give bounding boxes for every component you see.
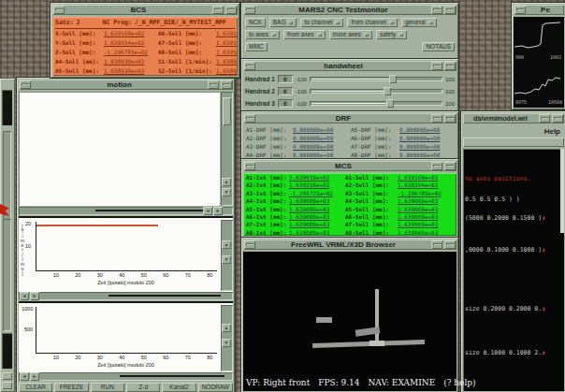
bag-menu-button[interactable]: BAG xyxy=(269,18,297,27)
minimize-icon[interactable] xyxy=(539,114,550,123)
scroll-up-icon[interactable]: ▲ xyxy=(222,324,231,332)
fps-status: FPS: 9.14 xyxy=(318,378,359,387)
clear-button[interactable]: CLEAR xyxy=(19,383,52,392)
wrap-marker: ▮ xyxy=(542,214,545,222)
horizontal-scrollbar[interactable]: ◄ ► xyxy=(19,207,233,215)
vrml-3d-viewport[interactable]: VP: Right front FPS: 9.14 NAV: EXAMINE (… xyxy=(243,252,456,391)
minimize-icon[interactable] xyxy=(431,162,442,170)
performance-titlebar[interactable]: Pe xyxy=(514,5,564,15)
handwheel-value[interactable]: 0 xyxy=(278,75,293,83)
machine-column xyxy=(375,289,379,345)
plot1-series-line xyxy=(36,225,158,226)
from-axes-menu-button[interactable]: from axes xyxy=(283,30,326,39)
scroll-thumb[interactable] xyxy=(95,210,206,211)
handwheel-slider[interactable] xyxy=(310,101,442,106)
maximize-icon[interactable] xyxy=(225,6,237,14)
notaus-button[interactable]: NOTAUS xyxy=(422,42,455,51)
help-menu[interactable]: Help xyxy=(544,127,560,136)
scroll-up-icon[interactable]: ▲ xyxy=(222,240,231,249)
maximize-icon[interactable] xyxy=(444,6,456,14)
minimize-icon[interactable] xyxy=(431,62,442,70)
ncprog-label: NC Prog: xyxy=(103,18,132,28)
scroll-right-icon[interactable]: ► xyxy=(213,207,223,215)
run-button[interactable]: RUN xyxy=(91,383,124,392)
slider-handle[interactable] xyxy=(384,87,391,95)
console-scrollbar[interactable] xyxy=(560,149,564,233)
window-menu-icon[interactable] xyxy=(244,114,255,123)
scroll-left-icon[interactable]: ◄ xyxy=(20,292,29,300)
console-output[interactable]: ne axes positions. 0.5 0.5 0.5 ) ) (5000… xyxy=(463,149,564,391)
scroll-thumb[interactable] xyxy=(109,295,221,297)
handwheel-slider[interactable] xyxy=(310,77,442,81)
satz-value: 2 xyxy=(77,18,103,28)
horizontal-scrollbar[interactable]: ◄ ► xyxy=(19,372,233,381)
handwheel-titlebar[interactable]: handwheel xyxy=(243,61,456,71)
safety-menu-button[interactable]: safety xyxy=(376,30,407,39)
scroll-thumb[interactable] xyxy=(120,375,225,377)
machine-block xyxy=(316,317,332,323)
option-menu-icon xyxy=(398,33,403,36)
minimize-icon[interactable] xyxy=(212,6,224,14)
scroll-down-icon[interactable]: ▼ xyxy=(222,255,231,264)
left-strip-trough[interactable] xyxy=(3,219,11,331)
minimize-icon[interactable] xyxy=(431,114,442,123)
minimize-icon[interactable] xyxy=(431,6,442,14)
vertical-scrollbar[interactable]: ▲ ▼ xyxy=(221,220,233,291)
motion-canvas[interactable] xyxy=(19,92,220,206)
scroll-left-icon[interactable]: ◄ xyxy=(203,207,212,215)
maximize-icon[interactable] xyxy=(552,114,563,123)
slider-handle[interactable] xyxy=(386,99,394,108)
minimize-icon[interactable] xyxy=(431,240,442,249)
scroll-down-icon[interactable]: ▼ xyxy=(222,188,231,196)
motion-titlebar[interactable]: motion xyxy=(19,80,233,90)
handwheel-value[interactable]: 0 xyxy=(278,99,293,108)
slider-handle[interactable] xyxy=(389,75,397,83)
from-channel-menu-button[interactable]: from channel xyxy=(347,18,398,27)
freewrl-titlebar[interactable]: FreeWRL VRML/X3D Browser xyxy=(243,240,456,250)
window-menu-icon[interactable] xyxy=(244,62,255,70)
maximize-icon[interactable] xyxy=(444,114,456,123)
maximize-icon[interactable] xyxy=(444,240,456,249)
maximize-icon[interactable] xyxy=(444,62,456,70)
scroll-thumb[interactable] xyxy=(223,97,231,125)
maximize-icon[interactable] xyxy=(221,80,232,89)
window-menu-icon[interactable] xyxy=(20,80,31,89)
zd-button[interactable]: Z-d xyxy=(126,383,160,392)
handwheel-window: handwheel Handrad 1 0 -100 100 Handrad 2… xyxy=(240,58,459,112)
mcs-row: A3-Ist [mm]:-1.295725e+02A3-Soll [mm]:-1… xyxy=(246,190,454,197)
handwheel-slider[interactable] xyxy=(310,89,442,94)
scroll-right-icon[interactable]: ► xyxy=(30,292,39,300)
toolbar-strip[interactable] xyxy=(463,138,564,147)
general-menu-button[interactable]: general xyxy=(401,18,437,27)
vertical-scrollbar[interactable]: ▲ ▼ xyxy=(221,92,233,206)
window-menu-icon[interactable] xyxy=(53,6,65,14)
window-menu-icon[interactable] xyxy=(244,6,255,14)
to-channel-menu-button[interactable]: to channel xyxy=(300,18,343,27)
bcs-titlebar[interactable]: BCS xyxy=(52,5,238,15)
nck-button[interactable]: NCK xyxy=(245,18,266,27)
to-axes-menu-button[interactable]: to axes xyxy=(245,30,280,39)
window-menu-icon[interactable] xyxy=(244,162,255,170)
mcs-titlebar[interactable]: MCS xyxy=(243,161,456,171)
vrmlmodel-titlebar[interactable]: ds/vrmlmodel.wrl xyxy=(463,113,564,123)
more-axes-menu-button[interactable]: more axes xyxy=(329,30,372,39)
option-menu-icon xyxy=(428,21,433,24)
scroll-up-icon[interactable]: ▲ xyxy=(222,178,231,186)
option-menu-icon xyxy=(335,21,340,24)
freeze-button[interactable]: FREEZE xyxy=(54,383,88,392)
maximize-icon[interactable] xyxy=(444,162,456,170)
kanal2-button[interactable]: Kanal2 xyxy=(162,383,196,392)
window-menu-icon[interactable] xyxy=(244,240,255,249)
testmonitor-titlebar[interactable]: MARS2 CNC Testmonitor xyxy=(243,5,456,15)
scroll-down-icon[interactable]: ▼ xyxy=(222,339,231,347)
nodraw-button[interactable]: NODRAW xyxy=(198,383,233,392)
mmc-button[interactable]: MMC xyxy=(245,42,268,51)
minimize-icon[interactable] xyxy=(208,80,219,89)
drf-titlebar[interactable]: DRF xyxy=(243,113,456,123)
window-menu-icon[interactable] xyxy=(514,6,526,14)
scroll-right-icon[interactable]: ► xyxy=(30,372,39,381)
vertical-scrollbar[interactable]: ▲ ▼ xyxy=(221,305,233,371)
scroll-left-icon[interactable]: ◄ xyxy=(20,372,29,381)
handwheel-value[interactable]: 0 xyxy=(278,87,293,95)
horizontal-scrollbar[interactable]: ◄ ► xyxy=(19,292,233,300)
